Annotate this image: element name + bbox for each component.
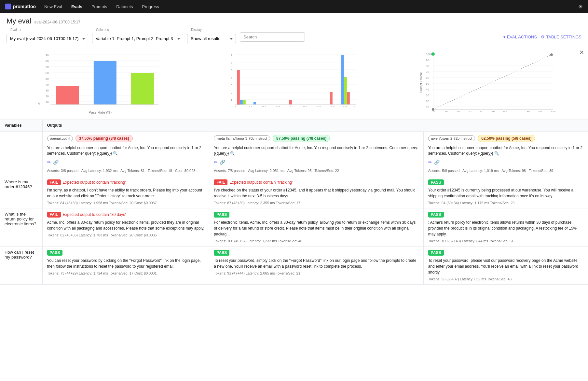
result-text: To reset your password, please visit our… — [428, 258, 583, 275]
svg-text:2: 2 — [231, 91, 232, 94]
nav-datasets[interactable]: Datasets — [113, 3, 136, 10]
svg-text:5: 5 — [231, 69, 232, 72]
eval-run-select[interactable]: My eval (eval-2024-06-10T00:15:17) — [7, 34, 88, 43]
svg-text:1: 1 — [231, 99, 232, 102]
link-icon[interactable]: 🔗 — [53, 160, 59, 165]
svg-text:3: 3 — [231, 84, 232, 87]
model-name-row: openai:gpt-4 37.50% passing (3/8 cases) — [47, 135, 205, 142]
link-icon[interactable]: 🔗 — [434, 160, 440, 165]
page-header: My eval eval-2024-06-10T00:15:17 — [0, 13, 588, 28]
svg-text:60: 60 — [503, 110, 507, 112]
svg-text:0.7: 0.7 — [331, 106, 335, 107]
link-icon[interactable]: 🔗 — [220, 160, 225, 165]
columns-select[interactable]: Variable 1, Prompt 1, Prompt 2, Prompt 3 — [92, 34, 183, 43]
nav-new-eval[interactable]: New Eval — [41, 3, 65, 10]
charts-area: ✕ 90 80 70 60 50 40 30 20 10 — [0, 46, 588, 120]
svg-rect-38 — [289, 100, 292, 105]
edit-icon[interactable]: ✏ — [428, 160, 432, 165]
result-text: : Acme's return policy for electronic it… — [428, 219, 583, 237]
status-row: PASS — [428, 179, 583, 185]
theme-toggle[interactable]: ☀ — [578, 4, 583, 10]
result-cell-0-0: FAIL Expected output to contain "trackin… — [42, 176, 209, 208]
model-edit-icons: ✏ 🔗 — [428, 160, 583, 165]
model-prompt-text: You are a helpful customer support chatb… — [214, 145, 418, 156]
model-header-cell-0: openai:gpt-4 37.50% passing (3/8 cases) … — [42, 131, 209, 176]
nav-evals[interactable]: Evals — [68, 3, 86, 10]
result-cell-0-2: PASS Your order #12345 is currently bein… — [423, 176, 588, 208]
display-select[interactable]: Show all results — [187, 34, 236, 43]
result-stats: Tokens: 93 (56+37) Latency: 859 ms Token… — [428, 277, 583, 281]
svg-text:10: 10 — [426, 106, 429, 109]
pass-rate-chart-title: Pass Rate (%) — [7, 110, 194, 114]
table-settings-label: TABLE SETTINGS — [546, 35, 581, 39]
model-stats-text: Asserts: 7/8 passed Avg Latency: 2,051 m… — [214, 169, 418, 173]
model-name-row: meta-llama/llama-3-70b-instruct 87.50% p… — [214, 135, 418, 142]
model-header-cell-2: qwen/qwen-2-72b-instruct 62.50% passing … — [423, 131, 588, 176]
result-text: I've checked on the status of your order… — [214, 187, 418, 199]
svg-text:50: 50 — [426, 82, 429, 85]
result-pass: PASS To reset your password, please visi… — [428, 250, 583, 281]
model-prompt-text: You are a helpful customer support chatb… — [47, 145, 205, 156]
svg-text:20: 20 — [457, 110, 460, 112]
svg-text:0.8: 0.8 — [343, 106, 347, 107]
fail-reason: Expected output to contain "tracking" — [229, 180, 293, 185]
model-edit-icons: ✏ 🔗 — [47, 160, 205, 165]
status-row: PASS — [428, 250, 583, 256]
model-pass-badge: 62.50% passing (5/8 cases) — [478, 135, 535, 142]
svg-text:0.4: 0.4 — [290, 106, 294, 107]
svg-rect-35 — [240, 100, 243, 105]
nav-prompts[interactable]: Prompts — [88, 3, 110, 10]
edit-icon[interactable]: ✏ — [214, 160, 218, 165]
result-cell-1-1: PASS For electronic items, Acme, Inc. of… — [209, 208, 423, 246]
svg-text:40: 40 — [426, 88, 429, 91]
search-input[interactable] — [240, 32, 305, 42]
svg-text:0.2: 0.2 — [262, 106, 267, 107]
status-row: FAIL Expected output to contain "trackin… — [214, 179, 418, 185]
variable-cell: What is the return policy for electronic… — [0, 208, 42, 246]
table-settings-button[interactable]: ⚙ TABLE SETTINGS — [541, 35, 581, 39]
model-stats-text: Asserts: 3/8 passed Avg Latency: 1,932 m… — [47, 169, 205, 173]
result-stats: Tokens: 100 (57+43) Latency: 844 ms Toke… — [428, 239, 583, 243]
status-row: PASS — [47, 250, 205, 256]
svg-text:10: 10 — [445, 110, 448, 112]
eval-actions-label: EVAL ACTIONS — [507, 35, 537, 39]
pass-badge: PASS — [428, 250, 444, 256]
svg-text:20: 20 — [46, 95, 49, 98]
nav-progress[interactable]: Progress — [139, 3, 162, 10]
svg-text:50: 50 — [46, 77, 49, 80]
result-pass: PASS : Acme's return policy for electron… — [428, 212, 583, 243]
result-cell-2-0: PASS You can reset your password by clic… — [42, 246, 209, 284]
svg-text:80: 80 — [527, 110, 530, 112]
fail-badge: FAIL — [47, 179, 61, 185]
result-pass: PASS You can reset your password by clic… — [47, 250, 205, 275]
result-stats: Tokens: 94 (60+34) Latency: 1,175 ms Tok… — [428, 201, 583, 205]
result-cell-1-0: FAIL Expected output to contain "30 days… — [42, 208, 209, 246]
logo-icon — [5, 4, 11, 9]
svg-rect-41 — [344, 77, 347, 105]
result-text: You can reset your password by clicking … — [47, 258, 205, 269]
result-pass: PASS To reset your password, simply clic… — [214, 250, 418, 275]
columns-group: Columns Variable 1, Prompt 1, Prompt 2, … — [92, 31, 183, 43]
result-pass: PASS For electronic items, Acme, Inc. of… — [214, 212, 418, 243]
columns-label: Columns — [95, 28, 109, 32]
svg-text:30: 30 — [468, 110, 472, 112]
edit-icon[interactable]: ✏ — [47, 160, 51, 165]
close-charts-button[interactable]: ✕ — [579, 49, 584, 56]
model-pass-badge: 37.50% passing (3/8 cases) — [75, 135, 133, 142]
svg-line-77 — [433, 55, 552, 109]
status-row: PASS — [428, 212, 583, 218]
svg-text:Prompt 2 Score: Prompt 2 Score — [419, 72, 423, 93]
eval-actions-button[interactable]: ▾ EVAL ACTIONS — [503, 35, 537, 39]
table-row: How can I reset my password? PASS You ca… — [0, 246, 588, 284]
svg-text:4: 4 — [231, 76, 232, 79]
model-edit-icons: ✏ 🔗 — [214, 160, 418, 165]
svg-rect-40 — [341, 55, 344, 105]
model-info: meta-llama/llama-3-70b-instruct 87.50% p… — [214, 135, 418, 173]
status-row: PASS — [214, 212, 418, 218]
result-cell-2-2: PASS To reset your password, please visi… — [423, 246, 588, 284]
svg-text:0.6: 0.6 — [317, 106, 321, 107]
result-fail: FAIL Expected output to contain "30 days… — [47, 212, 205, 237]
svg-text:90: 90 — [426, 59, 429, 62]
result-stats: Tokens: 82 (46+36) Latency: 1,783 ms Tok… — [47, 233, 205, 237]
status-row: FAIL Expected output to contain "trackin… — [47, 179, 205, 185]
